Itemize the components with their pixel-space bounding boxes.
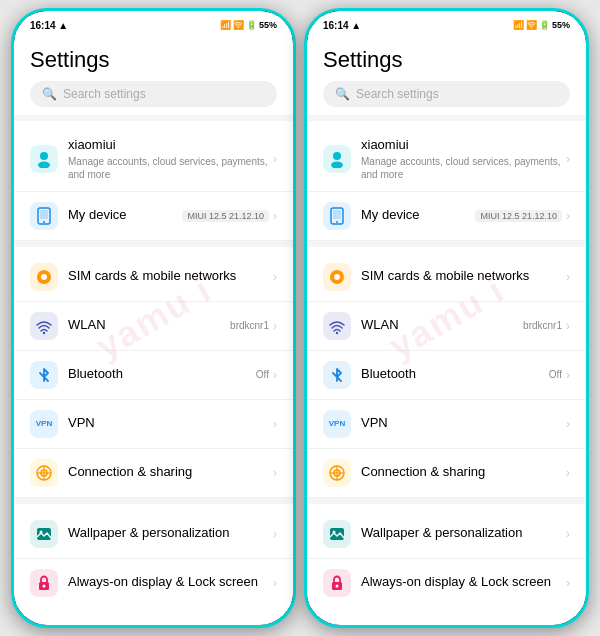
- list-item[interactable]: My device MIUI 12.5 21.12.10 ›: [14, 192, 293, 241]
- search-bar-left[interactable]: 🔍 Search settings: [30, 81, 277, 107]
- list-item[interactable]: WLAN brdkcnr1 ›: [14, 302, 293, 351]
- wlan-icon-left: [30, 312, 58, 340]
- status-bar-left: 16:14 ▲ 📶 🛜 🔋 55%: [14, 11, 293, 35]
- my-device-right-right: MIUI 12.5 21.12.10 ›: [475, 209, 570, 223]
- wallpaper-right-right: ›: [566, 527, 570, 541]
- bluetooth-title-right: Bluetooth: [361, 366, 549, 383]
- list-item[interactable]: SIM cards & mobile networks ›: [14, 253, 293, 302]
- sim-content-left: SIM cards & mobile networks: [68, 268, 273, 285]
- svg-rect-19: [333, 210, 341, 219]
- svg-point-0: [40, 152, 48, 160]
- wallpaper-title-right: Wallpaper & personalization: [361, 525, 566, 542]
- svg-point-7: [43, 332, 45, 334]
- chevron-icon: ›: [273, 368, 277, 382]
- settings-list-right-2: SIM cards & mobile networks ›: [307, 253, 586, 498]
- status-bar-right: 16:14 ▲ 📶 🛜 🔋 55%: [307, 11, 586, 35]
- sim-right-left: ›: [273, 270, 277, 284]
- status-icons-right: 📶 🛜 🔋 55%: [513, 20, 570, 30]
- chevron-icon: ›: [273, 270, 277, 284]
- list-item[interactable]: xiaomiui Manage accounts, cloud services…: [307, 127, 586, 192]
- settings-list-left-2: SIM cards & mobile networks ›: [14, 253, 293, 498]
- wlan-content-right: WLAN: [361, 317, 523, 334]
- svg-point-16: [333, 152, 341, 160]
- sim-right-right: ›: [566, 270, 570, 284]
- chevron-icon: ›: [566, 152, 570, 166]
- connection-right-right: ›: [566, 466, 570, 480]
- sim-icon-left: [30, 263, 58, 291]
- search-bar-right[interactable]: 🔍 Search settings: [323, 81, 570, 107]
- lockscreen-title-right: Always-on display & Lock screen: [361, 574, 566, 591]
- settings-list-left: xiaomiui Manage accounts, cloud services…: [14, 127, 293, 241]
- settings-title-left: Settings: [30, 47, 277, 73]
- wallpaper-title-left: Wallpaper & personalization: [68, 525, 273, 542]
- list-item[interactable]: Bluetooth Off ›: [14, 351, 293, 400]
- list-item[interactable]: Bluetooth Off ›: [307, 351, 586, 400]
- chevron-icon: ›: [566, 368, 570, 382]
- list-item[interactable]: Connection & sharing ›: [307, 449, 586, 498]
- list-item[interactable]: WLAN brdkcnr1 ›: [307, 302, 586, 351]
- phone-right: 16:14 ▲ 📶 🛜 🔋 55% Settings 🔍 Search sett…: [304, 8, 589, 628]
- search-placeholder-right: Search settings: [356, 87, 439, 101]
- wlan-icon-right: [323, 312, 351, 340]
- list-item[interactable]: My device MIUI 12.5 21.12.10 ›: [307, 192, 586, 241]
- svg-point-17: [331, 161, 343, 168]
- list-item[interactable]: Wallpaper & personalization ›: [14, 510, 293, 559]
- list-item[interactable]: SIM cards & mobile networks ›: [307, 253, 586, 302]
- xiaomiui-title-right: xiaomiui: [361, 137, 566, 154]
- section-gap-right-3: [307, 498, 586, 504]
- list-item[interactable]: Wallpaper & personalization ›: [307, 510, 586, 559]
- wifi-icon-left: 🛜: [233, 20, 244, 30]
- chevron-icon: ›: [273, 319, 277, 333]
- vpn-content-right: VPN: [361, 415, 566, 432]
- chevron-icon: ›: [273, 466, 277, 480]
- chevron-icon: ›: [566, 209, 570, 223]
- svg-point-23: [336, 332, 338, 334]
- lockscreen-content-right: Always-on display & Lock screen: [361, 574, 566, 591]
- list-item[interactable]: Always-on display & Lock screen ›: [14, 559, 293, 607]
- bluetooth-icon-right: [323, 361, 351, 389]
- my-device-right-left: MIUI 12.5 21.12.10 ›: [182, 209, 277, 223]
- list-item[interactable]: Always-on display & Lock screen ›: [307, 559, 586, 607]
- wallpaper-right-left: ›: [273, 527, 277, 541]
- xiaomiui-icon-left: [30, 145, 58, 173]
- chevron-icon: ›: [273, 209, 277, 223]
- lockscreen-right-right: ›: [566, 576, 570, 590]
- lockscreen-icon-left: [30, 569, 58, 597]
- signal-icon-left: 📶: [220, 20, 231, 30]
- list-item[interactable]: Connection & sharing ›: [14, 449, 293, 498]
- svg-point-4: [43, 221, 45, 223]
- svg-point-20: [336, 221, 338, 223]
- svg-rect-3: [40, 210, 48, 219]
- miui-badge-left: MIUI 12.5 21.12.10: [182, 210, 269, 222]
- bluetooth-status-right: Off: [549, 369, 562, 380]
- status-icons-left: 📶 🛜 🔋 55%: [220, 20, 277, 30]
- vpn-right-right: ›: [566, 417, 570, 431]
- bluetooth-content-left: Bluetooth: [68, 366, 256, 383]
- section-gap-right-2: [307, 241, 586, 247]
- wallpaper-content-left: Wallpaper & personalization: [68, 525, 273, 542]
- connection-content-left: Connection & sharing: [68, 464, 273, 481]
- xiaomiui-right-left: ›: [273, 152, 277, 166]
- section-gap-left-3: [14, 498, 293, 504]
- vpn-right-left: ›: [273, 417, 277, 431]
- vpn-title-left: VPN: [68, 415, 273, 432]
- svg-point-1: [38, 161, 50, 168]
- list-item[interactable]: VPN VPN ›: [14, 400, 293, 449]
- chevron-icon: ›: [566, 319, 570, 333]
- wallpaper-icon-right: [323, 520, 351, 548]
- search-icon-left: 🔍: [42, 87, 57, 101]
- phones-container: 16:14 ▲ 📶 🛜 🔋 55% Settings 🔍 Search sett…: [11, 8, 589, 628]
- wlan-network-left: brdkcnr1: [230, 320, 269, 331]
- search-icon-right: 🔍: [335, 87, 350, 101]
- chevron-icon: ›: [273, 417, 277, 431]
- xiaomiui-icon-right: [323, 145, 351, 173]
- my-device-content-right: My device: [361, 207, 475, 224]
- svg-point-6: [41, 274, 47, 280]
- section-gap-right-1: [307, 115, 586, 121]
- status-time-left: 16:14 ▲: [30, 20, 68, 31]
- settings-list-left-3: Wallpaper & personalization ›: [14, 510, 293, 607]
- list-item[interactable]: VPN VPN ›: [307, 400, 586, 449]
- xiaomiui-title-left: xiaomiui: [68, 137, 273, 154]
- list-item[interactable]: xiaomiui Manage accounts, cloud services…: [14, 127, 293, 192]
- xiaomiui-right-right: ›: [566, 152, 570, 166]
